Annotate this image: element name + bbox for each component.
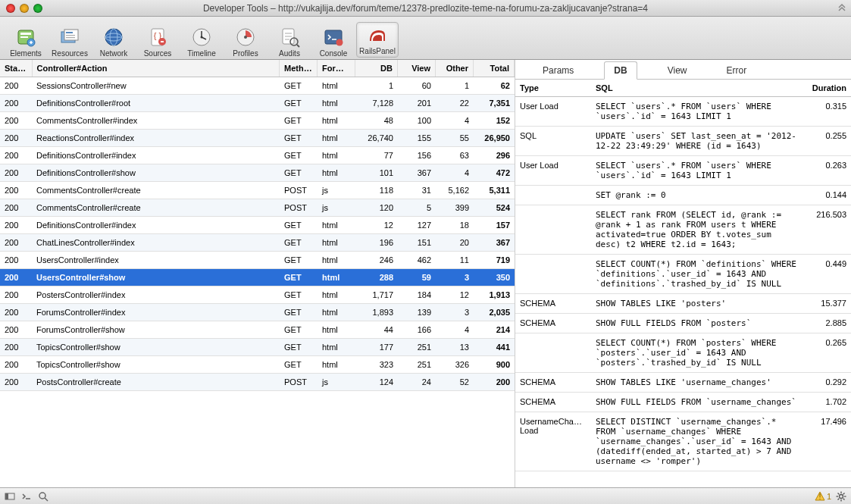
db-row[interactable]: User LoadSELECT `users`.* FROM `users` W…: [515, 97, 851, 127]
requests-col-total[interactable]: Total: [474, 60, 515, 77]
detail-tab-view[interactable]: View: [659, 62, 696, 79]
db-row[interactable]: SCHEMASHOW FULL FIELDS FROM `posters`2.8…: [515, 314, 851, 333]
request-row[interactable]: 200PostsController#createPOSTjs124245220…: [0, 374, 515, 391]
request-row[interactable]: 200UsersController#indexGEThtml246462117…: [0, 252, 515, 269]
svg-line-25: [297, 45, 299, 47]
audits-icon: [279, 27, 300, 48]
resources-icon: [59, 27, 80, 48]
requests-pane: StatusController#ActionMethodFormatDBVie…: [0, 60, 515, 487]
request-row[interactable]: 200CommentsController#indexGEThtml481004…: [0, 112, 515, 130]
svg-rect-2: [20, 36, 28, 38]
window-titlebar: Developer Tools – http://vukajlija.dev/f…: [0, 0, 851, 17]
request-row[interactable]: 200UsersController#showGEThtml288593350: [0, 269, 515, 286]
db-row[interactable]: SELECT COUNT(*) FROM `definitions` WHERE…: [515, 255, 851, 294]
db-row[interactable]: SCHEMASHOW TABLES LIKE 'username_changes…: [515, 373, 851, 393]
db-row[interactable]: SCHEMASHOW FULL FIELDS FROM `username_ch…: [515, 393, 851, 412]
search-icon[interactable]: [38, 491, 48, 502]
toolbar-label: Audits: [279, 49, 300, 58]
db-row[interactable]: UsernameChange LoadSELECT DISTINCT `user…: [515, 412, 851, 471]
request-row[interactable]: 200TopicsController#showGEThtml177251134…: [0, 339, 515, 356]
profiles-icon: [235, 27, 256, 48]
toolbar-resources[interactable]: Resources: [48, 27, 91, 58]
svg-line-41: [838, 498, 840, 499]
db-row[interactable]: SELECT COUNT(*) FROM `posters` WHERE `po…: [515, 333, 851, 373]
network-icon: [103, 27, 124, 48]
db-col-type[interactable]: Type: [515, 80, 591, 97]
toolbar-label: Timeline: [187, 49, 215, 58]
db-row[interactable]: SELECT rank FROM (SELECT id, @rank := @r…: [515, 205, 851, 255]
svg-point-33: [840, 494, 843, 498]
toolbar-label: RailsPanel: [359, 47, 396, 55]
db-col-sql[interactable]: SQL: [591, 80, 803, 97]
dock-toggle-icon[interactable]: [837, 3, 846, 12]
requests-col-db[interactable]: DB: [355, 60, 398, 77]
requests-col-controlleraction[interactable]: Controller#Action: [32, 60, 280, 77]
request-row[interactable]: 200DefinitionsController#showGEThtml1013…: [0, 164, 515, 182]
console-drawer-icon[interactable]: [21, 491, 32, 502]
settings-gear-icon[interactable]: [836, 491, 846, 502]
svg-point-27: [336, 39, 343, 46]
detail-tabs: ParamsDBViewError: [515, 60, 851, 80]
svg-rect-7: [66, 35, 75, 36]
railspanel-icon: [367, 24, 388, 45]
requests-col-status[interactable]: Status: [0, 60, 32, 77]
request-row[interactable]: 200DefinitionsController#indexGEThtml121…: [0, 217, 515, 234]
request-row[interactable]: 200DefinitionsController#indexGEThtml771…: [0, 147, 515, 164]
request-row[interactable]: 200ChatLinesController#indexGEThtml19615…: [0, 234, 515, 252]
devtools-toolbar: ElementsResourcesNetwork{ }SourcesTimeli…: [0, 17, 851, 60]
requests-col-method[interactable]: Method: [280, 60, 318, 77]
toolbar-label: Elements: [10, 49, 42, 58]
toolbar-elements[interactable]: Elements: [5, 27, 47, 58]
toolbar-network[interactable]: Network: [92, 27, 135, 58]
request-row[interactable]: 200DefinitionsController#rootGEThtml7,12…: [0, 95, 515, 112]
db-row[interactable]: User LoadSELECT `users`.* FROM `users` W…: [515, 156, 851, 186]
warning-badge[interactable]: ! 1: [815, 491, 831, 502]
request-row[interactable]: 200ReactionsController#indexGEThtml26,74…: [0, 130, 515, 147]
toolbar-label: Profiles: [233, 49, 258, 58]
toolbar-audits[interactable]: Audits: [268, 27, 311, 58]
db-row[interactable]: SCHEMASHOW TABLES LIKE 'posters'15.377: [515, 294, 851, 314]
svg-point-30: [39, 493, 45, 499]
request-row[interactable]: 200CommentsController#createPOSTjs118315…: [0, 182, 515, 199]
dock-side-icon[interactable]: [5, 491, 15, 502]
requests-col-other[interactable]: Other: [436, 60, 474, 77]
svg-rect-1: [20, 33, 31, 35]
svg-rect-29: [5, 493, 8, 499]
db-table-scroll[interactable]: TypeSQLDuration User LoadSELECT `users`.…: [515, 80, 851, 487]
db-row[interactable]: SQLUPDATE `users` SET last_seen_at = '20…: [515, 127, 851, 156]
toolbar-railspanel[interactable]: RailsPanel: [356, 22, 399, 58]
request-row[interactable]: 200ForumsController#indexGEThtml1,893139…: [0, 304, 515, 321]
toolbar-sources[interactable]: { }Sources: [136, 27, 179, 58]
toolbar-timeline[interactable]: Timeline: [180, 27, 223, 58]
svg-line-40: [843, 493, 845, 494]
request-row[interactable]: 200TopicsController#showGEThtml323251326…: [0, 356, 515, 374]
request-row[interactable]: 200ForumsController#showGEThtml441664214: [0, 321, 515, 339]
window-title: Developer Tools – http://vukajlija.dev/f…: [0, 3, 851, 14]
svg-point-20: [201, 36, 203, 39]
svg-rect-16: [161, 41, 164, 42]
toolbar-label: Console: [320, 49, 348, 58]
requests-col-view[interactable]: View: [398, 60, 436, 77]
db-col-duration[interactable]: Duration: [803, 80, 851, 97]
sources-icon: { }: [147, 27, 168, 48]
detail-tab-error[interactable]: Error: [717, 62, 756, 79]
toolbar-label: Network: [100, 49, 128, 58]
svg-line-38: [838, 493, 840, 494]
db-row[interactable]: SET @rank := 00.144: [515, 186, 851, 205]
request-row[interactable]: 200SessionsController#newGEThtml160162: [0, 77, 515, 95]
svg-point-22: [244, 36, 247, 39]
detail-pane: ParamsDBViewError TypeSQLDuration User L…: [515, 60, 851, 487]
request-row[interactable]: 200CommentsController#createPOSTjs120539…: [0, 199, 515, 217]
requests-body[interactable]: 200SessionsController#newGEThtml16016220…: [0, 77, 515, 487]
request-row[interactable]: 200PostersController#indexGEThtml1,71718…: [0, 286, 515, 304]
detail-tab-params[interactable]: Params: [533, 62, 583, 79]
toolbar-console[interactable]: Console: [312, 27, 355, 58]
requests-col-format[interactable]: Format: [318, 60, 355, 77]
toolbar-profiles[interactable]: Profiles: [224, 27, 267, 58]
svg-text:!: !: [818, 492, 821, 501]
db-header-row: TypeSQLDuration: [515, 80, 851, 97]
svg-rect-8: [66, 37, 75, 38]
detail-tab-db[interactable]: DB: [604, 61, 637, 80]
requests-header-row: StatusController#ActionMethodFormatDBVie…: [0, 60, 515, 77]
toolbar-label: Sources: [144, 49, 172, 58]
